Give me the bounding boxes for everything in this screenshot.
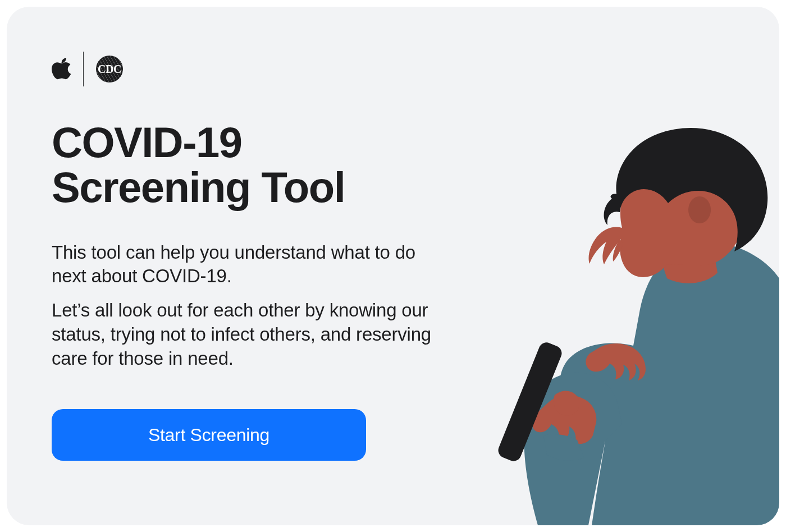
title-line-1: COVID-19 <box>52 118 242 166</box>
logo-row: CDC <box>52 52 445 86</box>
title-line-2: Screening Tool <box>52 163 345 211</box>
main-content: CDC COVID-19 Screening Tool This tool ca… <box>52 52 445 461</box>
ear <box>688 196 711 223</box>
cdc-icon: CDC <box>96 56 123 82</box>
cdc-logo-text: CDC <box>98 63 121 76</box>
person-illustration <box>465 121 779 525</box>
logo-divider <box>83 52 84 86</box>
screening-card: CDC COVID-19 Screening Tool This tool ca… <box>7 7 779 525</box>
apple-icon <box>52 57 71 81</box>
description-paragraph-1: This tool can help you understand what t… <box>52 241 445 289</box>
start-screening-button[interactable]: Start Screening <box>52 409 366 461</box>
description: This tool can help you understand what t… <box>52 241 445 371</box>
page-title: COVID-19 Screening Tool <box>52 120 445 210</box>
description-paragraph-2: Let’s all look out for each other by kno… <box>52 299 445 371</box>
